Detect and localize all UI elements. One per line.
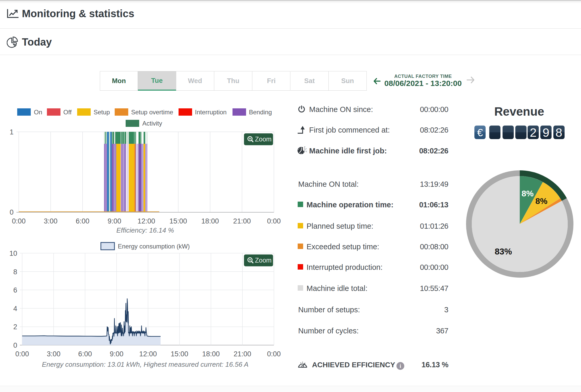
svg-text:18:00: 18:00 — [201, 217, 219, 225]
svg-text:Setup: Setup — [94, 109, 110, 116]
svg-text:1: 1 — [10, 128, 14, 136]
svg-text:2: 2 — [13, 323, 17, 331]
svg-text:18:00: 18:00 — [202, 350, 220, 358]
svg-text:z: z — [306, 150, 307, 153]
svg-text:Off: Off — [63, 109, 72, 116]
svg-text:8%: 8% — [535, 196, 547, 206]
svg-text:Bending: Bending — [249, 109, 272, 116]
svg-text:0:00: 0:00 — [267, 350, 281, 358]
svg-text:9:00: 9:00 — [108, 217, 121, 225]
svg-text:4: 4 — [13, 305, 17, 313]
svg-text:8: 8 — [13, 268, 17, 276]
svg-text:21:00: 21:00 — [233, 217, 251, 225]
svg-text:Z: Z — [304, 148, 306, 152]
svg-text:Zoom: Zoom — [255, 135, 272, 143]
svg-text:12:00: 12:00 — [138, 217, 155, 225]
svg-text:Activity: Activity — [142, 120, 162, 127]
svg-text:15:00: 15:00 — [171, 350, 188, 358]
svg-text:6: 6 — [13, 286, 17, 294]
svg-text:On: On — [34, 109, 42, 116]
svg-text:15:00: 15:00 — [169, 217, 187, 225]
svg-text:Energy consumption: 13.01 kWh,: Energy consumption: 13.01 kWh, Highest m… — [42, 360, 248, 368]
svg-text:0:00: 0:00 — [267, 217, 281, 225]
svg-text:3:00: 3:00 — [47, 350, 60, 358]
svg-text:8%: 8% — [522, 189, 534, 198]
svg-text:0:00: 0:00 — [12, 217, 26, 225]
svg-text:0: 0 — [13, 341, 17, 349]
svg-text:6:00: 6:00 — [78, 350, 92, 358]
svg-text:Interruption: Interruption — [195, 109, 227, 116]
svg-text:Efficiency: 16.14 %: Efficiency: 16.14 % — [116, 226, 174, 234]
svg-text:21:00: 21:00 — [234, 350, 251, 358]
svg-text:9:00: 9:00 — [110, 350, 124, 358]
svg-text:Zoom: Zoom — [255, 257, 272, 264]
svg-text:83%: 83% — [495, 247, 512, 256]
svg-text:3:00: 3:00 — [44, 217, 58, 225]
svg-text:12:00: 12:00 — [139, 350, 157, 358]
svg-text:0:00: 0:00 — [15, 350, 29, 358]
svg-text:z: z — [306, 147, 307, 150]
svg-text:6:00: 6:00 — [76, 217, 89, 225]
svg-text:10: 10 — [9, 250, 17, 257]
svg-text:Energy consumption (kW): Energy consumption (kW) — [118, 243, 190, 250]
svg-text:0: 0 — [10, 208, 14, 216]
svg-text:Setup overtime: Setup overtime — [131, 109, 173, 116]
